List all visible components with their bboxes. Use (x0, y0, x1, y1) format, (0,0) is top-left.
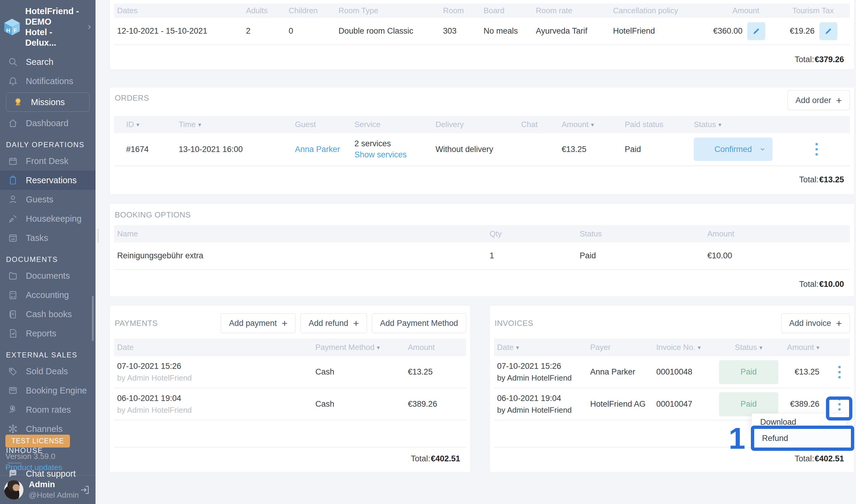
payment-date-cell: 07-10-2021 15:26by Admin HotelFriend (114, 362, 313, 383)
payment-row: 07-10-2021 15:26by Admin HotelFriend Cas… (114, 356, 466, 389)
sort-caret-icon: ▾ (136, 121, 139, 128)
column-header-payer: Payer (587, 343, 653, 352)
order-status-dropdown[interactable]: Confirmed (694, 138, 772, 161)
sidebar-item-reports[interactable]: Reports (0, 324, 95, 343)
sort-caret-icon: ▾ (591, 121, 594, 128)
column-header-invoice-date: Date▾ (494, 343, 587, 352)
booking-option-row: Reinigungsgebühr extra 1 Paid €10.00 (114, 242, 850, 270)
version-text: Version 3.59.0 (5, 452, 70, 461)
sidebar-item-sold-deals[interactable]: Sold Deals (0, 362, 95, 381)
column-header-invoice-no: Invoice No.▾ (653, 343, 713, 352)
plus-icon: + (282, 318, 288, 328)
reservation-row: 12-10-2021 - 15-10-2021 2 0 Double room … (114, 18, 850, 45)
sidebar-item-tasks[interactable]: Tasks (0, 228, 95, 248)
order-guest-link[interactable]: Anna Parker (295, 145, 340, 154)
column-header-bo-amount: Amount (704, 229, 851, 238)
user-row[interactable]: Admin @Hotel Admin (0, 475, 95, 504)
sort-caret-icon: ▾ (698, 344, 701, 351)
show-services-link[interactable]: Show services (354, 150, 407, 160)
invoice-row: 07-10-2021 15:26by Admin HotelFriend Ann… (494, 356, 850, 389)
tag-icon (8, 366, 18, 376)
sidebar-item-missions[interactable]: Missions (6, 92, 89, 112)
column-header-cancellation-policy: Cancellation policy (610, 6, 708, 15)
sidebar-item-documents[interactable]: Documents (0, 266, 95, 285)
sidebar-item-dashboard[interactable]: Dashboard (0, 113, 95, 133)
column-header-payment-method: Payment Method▾ (313, 343, 405, 352)
invoice-number: 00010047 (653, 399, 713, 409)
invoice-row-menu-button[interactable] (834, 363, 845, 381)
cash-book-icon: € (8, 309, 18, 319)
column-header-payment-date: Date (114, 343, 313, 352)
booking-option-amount: €10.00 (704, 251, 851, 260)
add-payment-method-button[interactable]: Add Payment Method (372, 313, 466, 333)
invoice-payer: HotelFriend AG (587, 399, 653, 409)
sidebar-item-notifications[interactable]: Notifications (0, 71, 95, 91)
column-header-time: Time▾ (176, 120, 292, 129)
add-order-button[interactable]: Add order+ (787, 90, 850, 110)
column-header-chat: Chat (518, 120, 559, 129)
sidebar-item-front-desk[interactable]: Front Desk (0, 151, 95, 170)
column-header-guest: Guest (292, 120, 352, 129)
sidebar-item-search[interactable]: Search (0, 52, 95, 71)
sort-caret-icon: ▾ (759, 344, 762, 351)
sidebar-item-housekeeping[interactable]: Housekeeping (0, 209, 95, 228)
column-header-qty: Qty (486, 229, 577, 238)
invoices-title: INVOICES (495, 319, 533, 328)
add-payment-button[interactable]: Add payment+ (221, 313, 296, 333)
user-name: Admin (29, 480, 79, 489)
sort-caret-icon: ▾ (377, 344, 380, 351)
product-updates-link[interactable]: Product updates (5, 463, 70, 472)
payments-title: PAYMENTS (115, 319, 158, 328)
invoice-payer: Anna Parker (587, 367, 653, 377)
column-header-delivery: Delivery (432, 120, 518, 129)
column-header-room-rate: Room rate (533, 6, 610, 15)
annotation-box-kebab (826, 396, 852, 420)
sidebar-item-accounting[interactable]: Accounting (0, 285, 95, 305)
add-refund-button[interactable]: Add refund+ (300, 313, 367, 333)
order-amount: €13.25 (559, 145, 622, 154)
bell-icon (8, 76, 18, 86)
menu-item-refund[interactable]: Refund (762, 434, 788, 443)
column-header-board: Board (481, 6, 533, 15)
sidebar-item-room-rates[interactable]: Room rates (0, 400, 95, 419)
edit-tourism-tax-button[interactable] (819, 22, 837, 40)
calculator-icon (8, 290, 18, 300)
payments-total: Total:€402.51 (114, 451, 466, 466)
hotel-switcher[interactable]: H F HotelFriend - DEMO Hotel - Delux... (0, 0, 95, 52)
calendar-icon (8, 156, 18, 166)
orders-card: ORDERS Add order+ ID▾ Time▾ Guest Servic… (110, 87, 855, 195)
medal-icon (13, 97, 23, 107)
svg-text:€: € (12, 312, 14, 316)
column-header-amount: Amount (708, 6, 765, 15)
person-icon (8, 194, 18, 204)
orders-title: ORDERS (115, 93, 149, 103)
avatar (4, 480, 23, 500)
som-marker-1: 1 (729, 421, 746, 456)
hotel-name: HotelFriend - DEMO Hotel - Delux... (25, 6, 82, 48)
reservation-tax-cell: €19.26 (765, 22, 851, 40)
sidebar-item-reservations[interactable]: Reservations (0, 170, 95, 190)
sidebar-item-guests[interactable]: Guests (0, 190, 95, 209)
payment-method: Cash (313, 399, 405, 409)
invoice-status-badge: Paid (719, 360, 778, 384)
sidebar-section-daily-operations: DAILY OPERATIONS (0, 133, 95, 151)
order-service-count: 2 services (354, 139, 407, 148)
sidebar-scrollbar[interactable] (92, 296, 94, 341)
column-header-payment-amount: Amount (405, 343, 467, 352)
sidebar-resize-handle[interactable] (97, 229, 99, 243)
reservation-dates: 12-10-2021 - 15-10-2021 (114, 26, 243, 36)
reservation-children: 0 (286, 26, 336, 36)
column-header-children: Children (286, 6, 336, 15)
sort-caret-icon: ▾ (516, 344, 519, 351)
order-id: #1674 (114, 145, 176, 154)
annotation-box-refund: Refund (751, 426, 854, 451)
order-row-menu-button[interactable] (811, 140, 822, 159)
edit-amount-button[interactable] (747, 22, 765, 40)
sidebar-item-booking-engine[interactable]: Booking Engine (0, 381, 95, 400)
sidebar-item-cash-books[interactable]: € Cash books (0, 305, 95, 324)
sort-caret-icon: ▾ (198, 121, 201, 128)
add-invoice-button[interactable]: Add invoice+ (781, 313, 850, 333)
logout-icon[interactable] (79, 485, 90, 495)
rate-chart-icon (8, 404, 18, 415)
chevron-down-icon (759, 146, 766, 152)
